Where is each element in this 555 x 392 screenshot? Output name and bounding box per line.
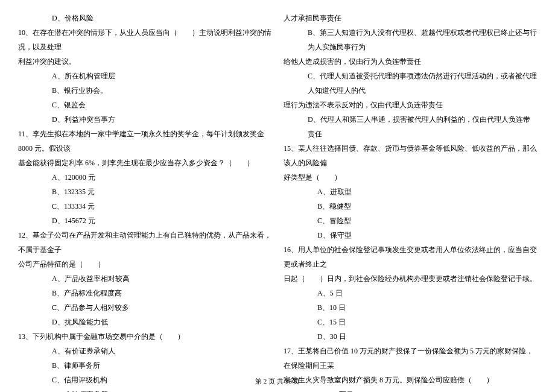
q15-option-a: A、进取型 — [284, 185, 537, 199]
q10-option-b: B、银行业协会。 — [18, 83, 271, 98]
q12-option-d: D、抗风险能力低 — [18, 315, 271, 329]
q16-line1: 16、用人单位的社会保险登记事项发生变更或者用人单位依法终止的，应当自变更或者终… — [284, 242, 537, 271]
q11-option-d: D、145672 元 — [18, 213, 271, 228]
q11-line2: 基金能获得固定利率 6%，则李先生现在最少应当存入多少资金？（ ） — [18, 156, 271, 170]
q14-option-c-line2: 理行为违法不表示反对的，仅由代理人负连带责任 — [284, 98, 537, 112]
q11-option-c: C、133334 元 — [18, 199, 271, 213]
q17-option-a: A、10 万元 — [284, 387, 537, 392]
q11-option-a: A、120000 元 — [18, 170, 271, 185]
q14-option-a-line2: 人才承担民事责任 — [284, 11, 537, 25]
q12-line2: 公司产品特征的是（ ） — [18, 257, 271, 271]
q10-option-a: A、所在机构管理层 — [18, 69, 271, 83]
q13-option-b: B、律师事务所 — [18, 358, 271, 373]
q13-line1: 13、下列机构中属于金融市场交易中介的是（ ） — [18, 329, 271, 344]
q16-option-b: B、10 日 — [284, 300, 537, 315]
q14-option-d: D、代理人和第三人串通，损害被代理人的利益的，仅由代理人负连带责任 — [284, 112, 537, 141]
page-content: D、价格风险 10、在存在潜在冲突的情形下，从业人员应当向（ ）主动说明利益冲突… — [0, 0, 555, 392]
left-column: D、价格风险 10、在存在潜在冲突的情形下，从业人员应当向（ ）主动说明利益冲突… — [18, 11, 271, 392]
q14-option-c-line1: C、代理人知道被委托代理的事项违法仍然进行代理活动的，或者被代理人知道代理人的代 — [284, 69, 537, 98]
q13-option-d: D、会计师事务所 — [18, 387, 271, 392]
q16-option-a: A、5 日 — [284, 286, 537, 300]
q10-option-c: C、银监会 — [18, 98, 271, 112]
q16-option-d: D、30 日 — [284, 329, 537, 344]
q10-line1: 10、在存在潜在冲突的情形下，从业人员应当向（ ）主动说明利益冲突的情况，以及处… — [18, 25, 271, 54]
q15-option-b: B、稳健型 — [284, 199, 537, 213]
q13-option-a: A、有价证券承销人 — [18, 344, 271, 358]
q15-line1: 15、某人往往选择国债、存款、货币与债券基金等低风险、低收益的产品，那么该人的风… — [284, 141, 537, 170]
q17-line1: 17、王某将自己价值 10 万元的财产投保了一份保险金额为 5 万元的家财保险，… — [284, 344, 537, 373]
q15-line2: 好类型是（ ） — [284, 170, 537, 185]
q14-option-b-line1: B、第三人知道行为人没有代理权、超越代理权或者代理权已终止还与行为人实施民事行为 — [284, 25, 537, 54]
q9-option-d: D、价格风险 — [18, 11, 271, 25]
q12-option-b: B、产品标准化程度高 — [18, 286, 271, 300]
q16-option-c: C、15 日 — [284, 315, 537, 329]
q14-option-b-line2: 给他人造成损害的，仅由行为人负连带责任 — [284, 54, 537, 69]
q12-option-c: C、产品参与人相对较多 — [18, 300, 271, 315]
q10-option-d: D、利益冲突当事方 — [18, 112, 271, 127]
right-column: 人才承担民事责任 B、第三人知道行为人没有代理权、超越代理权或者代理权已终止还与… — [284, 11, 537, 392]
q16-line2: 日起（ ）日内，到社会保险经办机构办理变更或者注销社会保险登记手续。 — [284, 271, 537, 286]
q15-option-d: D、保守型 — [284, 228, 537, 242]
q10-line2: 利益冲突的建议。 — [18, 54, 271, 69]
page-footer: 第 2 页 共 18 页 — [0, 377, 555, 386]
q11-line1: 11、李先生拟在本地的一家中学建立一项永久性的奖学金，每年计划颁发奖金 8000… — [18, 127, 271, 156]
q12-option-a: A、产品收益率相对较高 — [18, 271, 271, 286]
q11-option-b: B、132335 元 — [18, 185, 271, 199]
q12-line1: 12、基金子公司在产品开发和主动管理能力上有自己独特的优势，从产品来看，不属于基… — [18, 228, 271, 257]
q15-option-c: C、冒险型 — [284, 213, 537, 228]
